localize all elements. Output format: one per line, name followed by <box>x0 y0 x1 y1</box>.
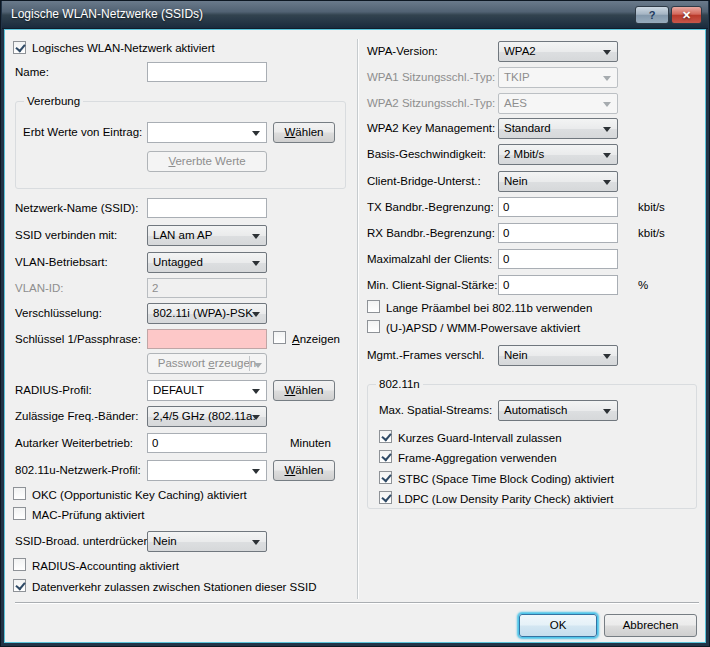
connect-to-label: SSID verbinden mit: <box>15 228 117 243</box>
mgmt-frames-dropdown[interactable]: Nein <box>498 345 618 366</box>
min-signal-unit: % <box>638 278 648 293</box>
ok-button[interactable]: OK <box>519 614 597 637</box>
long-preamble-checkbox[interactable] <box>367 300 380 313</box>
ldpc-checkbox[interactable] <box>379 491 392 504</box>
ssid-broadcast-dropdown[interactable]: Nein <box>147 531 267 552</box>
window-title: Logische WLAN-Netzwerke (SSIDs) <box>11 7 203 21</box>
chevron-down-icon <box>252 540 260 545</box>
client-bridge-label: Client-Bridge-Unterst.: <box>367 174 481 189</box>
help-icon: ? <box>649 9 656 21</box>
ldpc-label: LDPC (Low Density Parity Check) aktivier… <box>398 492 613 507</box>
standalone-unit: Minuten <box>290 436 331 451</box>
chevron-down-icon <box>252 234 260 239</box>
short-gi-checkbox[interactable] <box>379 430 392 443</box>
basis-rate-label: Basis-Geschwindigkeit: <box>367 147 486 162</box>
show-passphrase-checkbox[interactable] <box>273 331 286 344</box>
chevron-down-icon <box>603 50 611 55</box>
passphrase-field[interactable] <box>147 329 267 349</box>
radius-profile-label: RADIUS-Profil: <box>15 383 92 398</box>
cancel-button[interactable]: Abbrechen <box>604 614 697 637</box>
frame-aggregation-checkbox[interactable] <box>379 450 392 463</box>
vlan-id-label: VLAN-ID: <box>15 281 64 296</box>
u-profile-choose-button[interactable]: Wählen <box>273 460 335 481</box>
okc-checkbox[interactable] <box>13 487 26 500</box>
freq-bands-label: Zulässige Freq.-Bänder: <box>15 409 138 424</box>
okc-label: OKC (Opportunistic Key Caching) aktivier… <box>32 488 247 503</box>
wpa-version-dropdown[interactable]: WPA2 <box>498 41 618 62</box>
apsd-label: (U-)APSD / WMM-Powersave aktiviert <box>386 321 580 336</box>
max-clients-field[interactable] <box>498 249 618 269</box>
column-separator <box>357 39 359 599</box>
inter-station-traffic-label: Datenverkehr zulassen zwischen Stationen… <box>32 580 316 595</box>
chevron-down-icon <box>252 312 260 317</box>
chevron-down-icon <box>252 261 260 266</box>
inherited-values-button: Vererbte Werte <box>147 151 267 172</box>
connect-to-dropdown[interactable]: LAN am AP <box>147 225 267 246</box>
vlan-id-field <box>147 278 267 298</box>
chevron-down-icon <box>603 102 611 107</box>
wpa1-session-key-dropdown: TKIP <box>498 67 618 88</box>
chevron-down-icon <box>603 127 611 132</box>
passphrase-label: Schlüssel 1/Passphrase: <box>15 332 141 347</box>
close-icon: ✕ <box>682 9 691 21</box>
wpa2-session-key-label: WPA2 Sitzungsschl.-Typ: <box>367 96 495 111</box>
close-button[interactable]: ✕ <box>671 6 702 24</box>
apsd-checkbox[interactable] <box>367 320 380 333</box>
vlan-mode-label: VLAN-Betriebsart: <box>15 255 108 270</box>
chevron-down-icon <box>603 409 611 414</box>
mac-check-checkbox[interactable] <box>13 507 26 520</box>
radius-profile-combobox[interactable]: DEFAULT <box>147 380 267 401</box>
short-gi-label: Kurzes Guard-Intervall zulassen <box>398 431 562 446</box>
long-preamble-label: Lange Präambel bei 802.11b verwenden <box>386 301 592 316</box>
generate-password-button: Passwort erzeugen <box>147 353 267 374</box>
frame-aggregation-label: Frame-Aggregation verwenden <box>398 451 557 466</box>
radius-choose-button[interactable]: Wählen <box>273 380 335 401</box>
basis-rate-dropdown[interactable]: 2 Mbit/s <box>498 144 618 165</box>
freq-bands-dropdown[interactable]: 2,4/5 GHz (802.11a. <box>147 406 267 427</box>
titlebar[interactable]: Logische WLAN-Netzwerke (SSIDs) ? ✕ <box>2 1 708 29</box>
help-button[interactable]: ? <box>635 6 669 24</box>
min-signal-field[interactable] <box>498 275 618 295</box>
radius-accounting-label: RADIUS-Accounting aktiviert <box>32 559 179 574</box>
chevron-down-icon <box>603 180 611 185</box>
stbc-checkbox[interactable] <box>379 471 392 484</box>
wpa2-key-mgmt-dropdown[interactable]: Standard <box>498 118 618 139</box>
chevron-down-icon <box>254 363 262 368</box>
chevron-down-icon <box>603 153 611 158</box>
spatial-streams-dropdown[interactable]: Automatisch <box>498 400 618 421</box>
chevron-down-icon <box>603 354 611 359</box>
rx-limit-label: RX Bandbr.-Begrenzung: <box>367 226 495 241</box>
chevron-down-icon <box>603 76 611 81</box>
inheritance-group-title: Vererbung <box>24 95 83 107</box>
inter-station-traffic-checkbox[interactable] <box>13 579 26 592</box>
inherit-from-combobox[interactable] <box>147 122 267 143</box>
radius-accounting-checkbox[interactable] <box>13 558 26 571</box>
network-enabled-checkbox[interactable] <box>13 41 26 54</box>
inheritance-group: Vererbung <box>15 101 346 189</box>
encryption-label: Verschlüsselung: <box>15 306 102 321</box>
encryption-dropdown[interactable]: 802.11i (WPA)-PSK <box>147 303 267 324</box>
name-label: Name: <box>15 65 49 80</box>
ssid-field[interactable] <box>147 198 267 218</box>
vlan-mode-dropdown[interactable]: Untagged <box>147 252 267 273</box>
ssid-label: Netzwerk-Name (SSID): <box>15 201 138 216</box>
name-field[interactable] <box>147 62 267 82</box>
standalone-label: Autarker Weiterbetrieb: <box>15 436 133 451</box>
show-passphrase-label: Anzeigen <box>292 332 340 347</box>
tx-limit-field[interactable] <box>498 197 618 217</box>
chevron-down-icon <box>252 389 260 394</box>
mgmt-frames-label: Mgmt.-Frames verschl. <box>367 348 485 363</box>
client-bridge-dropdown[interactable]: Nein <box>498 171 618 192</box>
inherit-from-label: Erbt Werte von Eintrag: <box>23 125 142 140</box>
wpa2-key-mgmt-label: WPA2 Key Management: <box>367 121 495 136</box>
ssid-broadcast-label: SSID-Broad. unterdrücken: <box>15 534 153 549</box>
inherit-choose-button[interactable]: Wählen <box>273 122 335 143</box>
tx-limit-label: TX Bandbr.-Begrenzung: <box>367 200 494 215</box>
chevron-down-icon <box>252 469 260 474</box>
u-profile-combobox[interactable] <box>147 460 267 481</box>
mac-check-label: MAC-Prüfung aktiviert <box>32 508 144 523</box>
rx-limit-unit: kbit/s <box>638 226 665 241</box>
network-enabled-label: Logisches WLAN-Netzwerk aktiviert <box>32 41 215 56</box>
standalone-field[interactable] <box>147 433 267 453</box>
rx-limit-field[interactable] <box>498 223 618 243</box>
